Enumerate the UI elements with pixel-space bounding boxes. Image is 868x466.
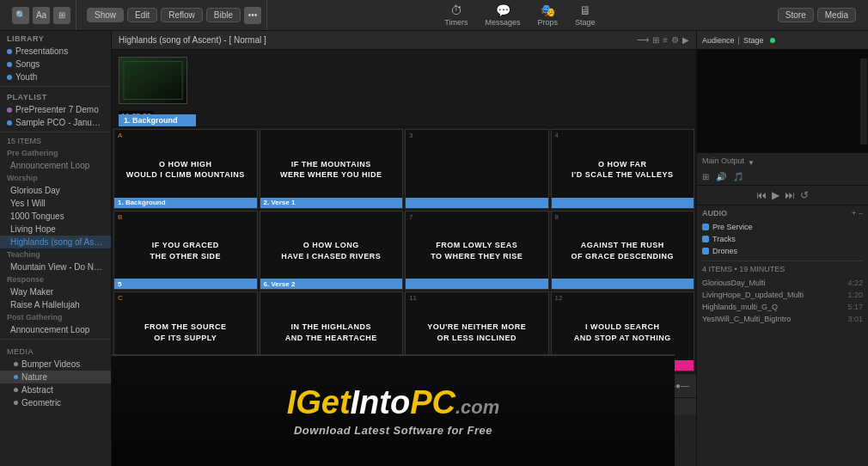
playlist-item-2[interactable]: LivingHope_D_updated_Multi 1:20: [702, 289, 863, 301]
right-play-btn[interactable]: ▶: [772, 189, 779, 201]
audio-name-1: Pre Service: [712, 223, 753, 231]
text-icon[interactable]: Aa: [33, 7, 50, 24]
igetin-i: I: [287, 384, 296, 420]
svg-rect-3: [860, 58, 867, 144]
igetin-overlay: IGetIntoPC.com Download Latest Software …: [112, 354, 675, 466]
sidebar-item-presenter-demo[interactable]: PrePresenter 7 Demo: [0, 103, 111, 116]
tab-media[interactable]: Media: [817, 8, 856, 22]
slide-grid: A O HOW HIGHWOULD I CLIMB MOUNTAINS 1. B…: [112, 127, 696, 373]
tab-bible[interactable]: Bible: [206, 8, 241, 22]
output-icon-2[interactable]: 🔊: [716, 172, 726, 181]
slide-label-8: [552, 279, 694, 289]
right-loop-btn[interactable]: ↺: [800, 189, 809, 201]
playlist-item-4[interactable]: YesIWill_C_Multi_BigIntro 3:01: [702, 313, 863, 325]
media-item-geometric[interactable]: Geometric: [0, 396, 111, 409]
svg-rect-0: [119, 58, 186, 104]
toolbar-left-tabs: Show Edit Reflow Bible •••: [82, 0, 267, 30]
playlist-name-1: GloriousDay_Multi: [702, 279, 844, 287]
slide-cell-1[interactable]: A O HOW HIGHWOULD I CLIMB MOUNTAINS 1. B…: [113, 129, 258, 209]
grid-icon[interactable]: ⊞: [652, 35, 659, 45]
igetin-com: .com: [455, 396, 499, 418]
stage-label: Stage: [743, 36, 764, 45]
tab-store[interactable]: Store: [778, 8, 814, 22]
more-icon[interactable]: •••: [244, 7, 261, 24]
slide-label-5: 5: [114, 279, 257, 289]
sidebar-item-way-maker[interactable]: Way Maker: [0, 285, 111, 298]
section-worship: Worship: [0, 172, 111, 184]
tab-stage[interactable]: 🖥 Stage: [575, 3, 596, 27]
slide-num-c: C: [118, 294, 123, 302]
audio-item-tracks[interactable]: Tracks: [702, 233, 863, 245]
sidebar-item-announcement-post[interactable]: Announcement Loop: [0, 323, 111, 336]
svg-rect-2: [697, 50, 868, 153]
items-count: 15 ITEMS: [0, 135, 111, 147]
sidebar-dot: [7, 75, 12, 80]
section-response: Response: [0, 273, 111, 285]
sidebar-item-mountain-view[interactable]: Mountain View - Do Not Jud...: [0, 261, 111, 273]
playlist-item-3[interactable]: Highlands_multi_G_Q 5:17: [702, 301, 863, 313]
tab-props[interactable]: 🎭 Props: [538, 3, 559, 27]
playlist-time-3: 5:17: [847, 303, 863, 311]
list-icon[interactable]: ≡: [663, 35, 668, 45]
media-item-bumper[interactable]: Bumper Videos: [0, 358, 111, 371]
audio-controls[interactable]: + −: [852, 209, 863, 218]
section-post-gathering: Post Gathering: [0, 311, 111, 323]
output-icon-3[interactable]: 🎵: [733, 172, 743, 181]
slide-label-2: 2. Verse 1: [260, 198, 403, 208]
sidebar-item-sample-pco[interactable]: Sample PCO - January 22...: [0, 116, 111, 129]
search-icon[interactable]: 🔍: [12, 7, 29, 24]
tab-timers[interactable]: ⏱ Timers: [444, 3, 468, 27]
left-sidebar: LIBRARY Presentations Songs Youth PLAYLI…: [0, 31, 112, 466]
tab-messages[interactable]: 💬 Messages: [486, 3, 521, 27]
sidebar-item-1000-tongues[interactable]: 1000 Tongues: [0, 210, 111, 223]
playlist-time-1: 4:22: [847, 279, 863, 287]
sidebar-item-highlands[interactable]: Highlands (song of Ascent)...: [0, 236, 111, 248]
settings-icon[interactable]: ⚙: [671, 35, 679, 45]
playlist-item-1[interactable]: GloriousDay_Multi 4:22: [702, 277, 863, 289]
tab-show[interactable]: Show: [87, 8, 124, 22]
sidebar-item-youth[interactable]: Youth: [0, 71, 111, 83]
slide-cell-7[interactable]: 7 FROM LOWLY SEASTO WHERE THEY RISE: [405, 211, 549, 291]
playlist-count: 4 ITEMS • 19 MINUTES: [702, 265, 863, 273]
sidebar-item-yes-i-will[interactable]: Yes I Will: [0, 197, 111, 210]
slide-cell-4[interactable]: 4 O HOW FARI'D SCALE THE VALLEYS: [551, 129, 695, 209]
theme-icon[interactable]: ⊞: [53, 7, 70, 24]
slide-num-4: 4: [555, 132, 559, 139]
slide-label-text-6: 6. Verse 2: [264, 280, 296, 288]
sidebar-divider2: [0, 132, 111, 132]
output-dropdown[interactable]: ▼: [748, 159, 755, 167]
media-dot-active: [14, 375, 18, 379]
slide-cell-5[interactable]: B IF YOU GRACEDTHE OTHER SIDE 5: [113, 211, 258, 291]
slide-cell-3[interactable]: 3: [405, 129, 549, 209]
slide-cell-6[interactable]: O HOW LONGHAVE I CHASED RIVERS 6. Verse …: [260, 211, 404, 291]
library-section-header: LIBRARY: [0, 31, 111, 45]
playlist-section-header: PLAYLIST: [0, 89, 111, 103]
slide-cell-8[interactable]: 8 AGAINST THE RUSHOF GRACE DESCENDING: [551, 211, 695, 291]
sidebar-divider: [0, 86, 111, 87]
media-item-nature[interactable]: Nature: [0, 371, 111, 383]
media-sidebar: MEDIA Bumper Videos Nature Abstract Geom…: [0, 342, 111, 413]
output-icon-1[interactable]: ⊞: [702, 172, 709, 181]
background-label: 1. Background: [124, 116, 178, 125]
expand-icon[interactable]: ⟶: [637, 35, 649, 45]
sidebar-item-living-hope[interactable]: Living Hope: [0, 223, 111, 236]
slide-label-text-2: 2. Verse 1: [264, 199, 296, 206]
slide-text-3: [406, 130, 548, 208]
sidebar-item-presentations[interactable]: Presentations: [0, 45, 111, 58]
audio-item-preservice[interactable]: Pre Service: [702, 221, 863, 233]
play-icon[interactable]: ▶: [682, 35, 689, 45]
sidebar-item-glorious-day[interactable]: Glorious Day: [0, 184, 111, 197]
background-label-bar: 1. Background: [119, 114, 196, 126]
playlist-time-2: 1:20: [847, 291, 863, 299]
right-prev-btn[interactable]: ⏮: [756, 189, 767, 201]
sidebar-item-announcement[interactable]: Announcement Loop: [0, 159, 111, 172]
sidebar-item-raise-hallelujah[interactable]: Raise A Hallelujah: [0, 298, 111, 311]
media-item-abstract[interactable]: Abstract: [0, 383, 111, 396]
tab-edit[interactable]: Edit: [127, 8, 157, 22]
media-divider: [0, 339, 111, 340]
right-next-btn[interactable]: ⏭: [785, 189, 795, 201]
tab-reflow[interactable]: Reflow: [161, 8, 203, 22]
slide-cell-2[interactable]: IF THE MOUNTAINSWERE WHERE YOU HIDE 2. V…: [260, 129, 404, 209]
sidebar-item-songs[interactable]: Songs: [0, 58, 111, 71]
audio-item-drones[interactable]: Drones: [702, 245, 863, 257]
